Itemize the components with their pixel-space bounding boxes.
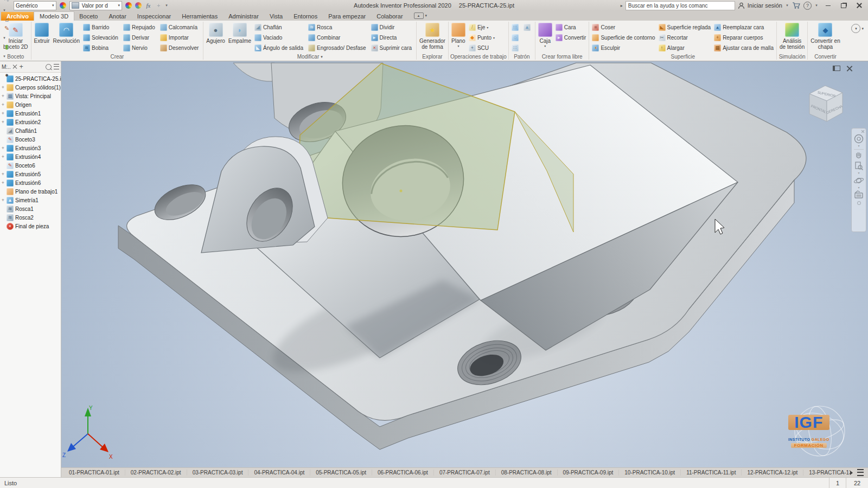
browser-tree-item[interactable]: + Extrusión1	[0, 109, 61, 118]
ribbon-small-button[interactable]: ↑ Alargar	[658, 43, 712, 53]
help-icon[interactable]: ?	[803, 2, 812, 10]
ribbon-small-button[interactable]: ◆ Punto ▾	[468, 33, 496, 42]
dropdown-caret-icon[interactable]: ▾	[2, 5, 7, 15]
chevron-down-icon[interactable]: ▾	[858, 186, 859, 190]
ribbon-expand-button[interactable]: ▾ ▾	[851, 24, 864, 33]
redo-icon[interactable]: ↷	[2, 0, 11, 5]
ribbon-tab[interactable]: Entornos	[288, 12, 323, 21]
dropdown-caret-icon[interactable]: ▾	[2, 33, 7, 42]
document-tab[interactable]: 12-PRACTICA-12.ipt	[742, 470, 803, 476]
pan-hand-icon[interactable]	[853, 151, 864, 160]
browser-tree-item[interactable]: + Extrusión3	[0, 144, 61, 152]
dropdown-caret-icon[interactable]: ▾	[2, 52, 7, 61]
view-cube[interactable]: SUPERIOR FRONTAL DERECHA	[809, 86, 844, 121]
ribbon-tab[interactable]: Para empezar	[323, 12, 371, 21]
browser-tree-item[interactable]: + Extrusión5	[0, 170, 61, 178]
ribbon-small-button[interactable]: ∷	[510, 43, 521, 53]
ribbon-small-button[interactable]: ▲	[522, 22, 533, 32]
ribbon-display-options[interactable]: ▲ ▾	[414, 12, 427, 21]
viewport-3d[interactable]: SUPERIOR FRONTAL DERECHA Y Z X ▾	[61, 61, 868, 467]
document-tab[interactable]: 13-PRACTICA-13.ipt	[803, 470, 850, 476]
browser-tree-item[interactable]: + Origen	[0, 100, 61, 109]
minimize-button[interactable]	[821, 1, 834, 10]
browser-tree-item[interactable]: + ▲ Simetría1	[0, 196, 61, 204]
qat-customize-icon[interactable]: ▾	[164, 1, 169, 10]
home-icon[interactable]: ⌂	[2, 15, 11, 24]
generador-de-forma-button[interactable]: ★ Generador de forma	[418, 22, 446, 50]
material-combobox[interactable]: Genérico ▾	[14, 1, 56, 10]
browser-tree-item[interactable]: ✎ Boceto6	[0, 161, 61, 170]
appearance-combobox[interactable]: Valor por d ▾	[69, 1, 123, 10]
ribbon-tab[interactable]: Colaborar	[371, 12, 408, 21]
document-tab[interactable]: 03-PRACTICA-03.ipt	[187, 470, 249, 476]
ribbon-small-button[interactable]: + Reparar cuerpos	[713, 33, 775, 42]
help-search-input[interactable]	[626, 1, 735, 10]
tree-expander[interactable]: +	[1, 111, 5, 116]
ribbon-small-button[interactable]: ◌	[510, 33, 521, 42]
ribbon-small-button[interactable]: Vaciado	[253, 33, 306, 42]
document-tab[interactable]: 11-PRACTICA-11.ipt	[681, 470, 742, 476]
ribbon-small-button[interactable]: ≡ Coser	[591, 22, 656, 32]
browser-tree-item[interactable]: ≋ Rosca2	[0, 213, 61, 222]
close-button[interactable]	[853, 1, 866, 10]
ribbon-small-button[interactable]: Combinar	[307, 33, 369, 42]
adjust-appearance-icon[interactable]	[125, 2, 132, 9]
ribbon-small-button[interactable]: Superficie de contorno	[591, 33, 656, 42]
material-box-icon[interactable]: ▮	[2, 42, 11, 52]
ribbon-small-button[interactable]: ▸ Directa	[370, 33, 414, 42]
browser-tree-item[interactable]: ✎ Boceto3	[0, 135, 61, 144]
ribbon-small-button[interactable]: ✂ Recortar	[658, 33, 712, 42]
ribbon-small-button[interactable]: Dividir	[370, 22, 414, 32]
document-tab[interactable]: 09-PRACTICA-09.ipt	[558, 470, 620, 476]
tree-expander[interactable]: +	[1, 154, 5, 159]
agujero-button[interactable]: ● Agujero	[205, 22, 226, 44]
document-restore-icon[interactable]	[831, 64, 842, 73]
browser-tree-item[interactable]: × Final de pieza	[0, 222, 61, 230]
tab-list-menu-icon[interactable]	[857, 469, 864, 476]
analisis-de-tension-button[interactable]: Análisis de tensión	[778, 22, 806, 50]
browser-tree-item[interactable]: + Extrusión2	[0, 118, 61, 126]
ribbon-tab[interactable]: Vista	[264, 12, 288, 21]
browser-tree-item[interactable]: ◢ Chaflán1	[0, 126, 61, 135]
chevron-down-icon[interactable]: ▾	[858, 171, 859, 175]
navbar-close-icon[interactable]	[861, 130, 865, 133]
add-icon[interactable]: +	[154, 1, 163, 10]
browser-tree-item[interactable]: + Extrusión6	[0, 178, 61, 187]
ribbon-small-button[interactable]: + SCU	[468, 43, 496, 53]
browser-tree-item[interactable]: Plano de trabajo1	[0, 187, 61, 196]
document-close-icon[interactable]	[844, 64, 854, 73]
zoom-window-icon[interactable]	[853, 160, 864, 171]
tree-expander[interactable]: +	[1, 197, 5, 203]
navbar-more-icon[interactable]	[857, 201, 861, 205]
tree-expander[interactable]: +	[1, 171, 5, 177]
ribbon-small-button[interactable]: ∷	[510, 22, 521, 32]
sketch-icon[interactable]: ✎	[2, 24, 11, 33]
tree-expander[interactable]: +	[1, 119, 5, 125]
appearance-wheel-icon[interactable]	[60, 2, 66, 9]
tree-expander[interactable]: +	[1, 180, 5, 185]
sign-in-caret-icon[interactable]: ▾	[785, 1, 789, 10]
ribbon-tab[interactable]: Herramientas	[176, 12, 223, 21]
parameters-fx-icon[interactable]: fx	[144, 1, 153, 10]
tree-expander[interactable]: +	[1, 145, 5, 151]
orbit-icon[interactable]	[853, 175, 865, 186]
ribbon-small-button[interactable]: ▸ Convertir	[554, 33, 588, 42]
ribbon-small-button[interactable]: ◣ Ángulo de salida	[253, 43, 306, 53]
sign-in-button[interactable]: Iniciar sesión	[748, 2, 782, 9]
part-scene[interactable]: SUPERIOR FRONTAL DERECHA Y Z X	[61, 61, 868, 467]
ribbon-small-button[interactable]: ▦ Ajustar cara de malla	[713, 43, 775, 53]
measure-icon[interactable]: ◦	[2, 61, 11, 70]
browser-tree-item[interactable]: + Extrusión4	[0, 152, 61, 161]
cart-icon[interactable]	[792, 2, 801, 9]
browser-tree-item[interactable]: + Cuerpos sólidos(1)	[0, 83, 61, 92]
browser-tree-item[interactable]: + ▦ Vista: Principal	[0, 92, 61, 100]
document-tab[interactable]: 02-PRACTICA-02.ipt	[125, 470, 187, 476]
empalme-button[interactable]: ◗ Empalme	[227, 22, 252, 44]
ribbon-small-button[interactable]: ▴ Reemplazar cara	[713, 22, 775, 32]
convertir-en-chapa-button[interactable]: ◆ Convertir en chapa	[809, 22, 841, 50]
caja-button[interactable]: Caja ▾	[537, 22, 553, 47]
ribbon-small-button[interactable]: × Suprimir cara	[370, 43, 414, 53]
tree-expander[interactable]: +	[1, 93, 5, 99]
clear-appearance-icon[interactable]	[135, 2, 142, 9]
look-at-icon[interactable]	[853, 190, 865, 200]
